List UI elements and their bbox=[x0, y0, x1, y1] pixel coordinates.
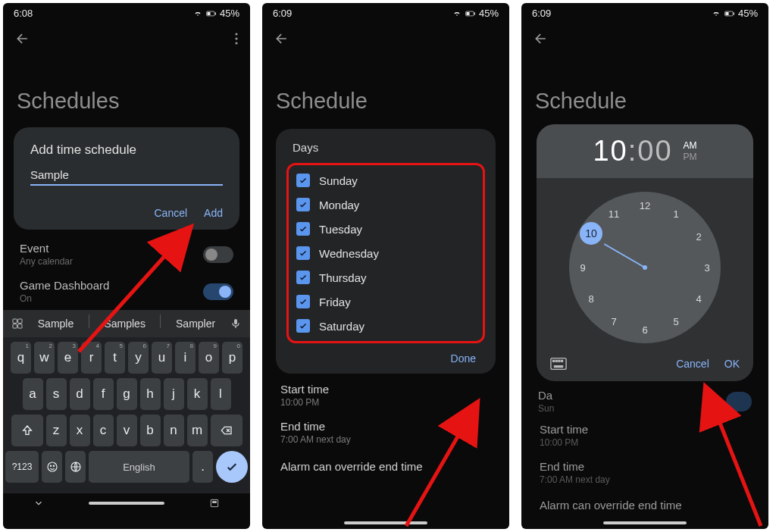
day-row-saturday[interactable]: Saturday bbox=[293, 314, 478, 338]
key-x[interactable]: x bbox=[70, 415, 90, 446]
nav-square-icon[interactable] bbox=[209, 498, 220, 509]
hour-8[interactable]: 8 bbox=[588, 293, 593, 305]
checkbox-icon[interactable] bbox=[296, 198, 310, 211]
key-t[interactable]: 5t bbox=[105, 342, 125, 374]
key-g[interactable]: g bbox=[117, 378, 137, 410]
key-y[interactable]: 6y bbox=[128, 342, 149, 374]
hour-2[interactable]: 2 bbox=[696, 231, 701, 243]
time-minute[interactable]: 00 bbox=[637, 135, 672, 167]
key-globe[interactable] bbox=[65, 451, 86, 483]
checkbox-icon[interactable] bbox=[296, 222, 310, 236]
start-time-row[interactable]: Start time 10:00 PM bbox=[262, 374, 509, 411]
key-u[interactable]: 7u bbox=[152, 342, 172, 374]
key-emoji[interactable] bbox=[42, 451, 62, 483]
key-d[interactable]: d bbox=[70, 378, 90, 410]
key-k[interactable]: k bbox=[187, 378, 208, 410]
key-s[interactable]: s bbox=[46, 378, 67, 410]
clock-face[interactable]: 10 12 1 2 3 4 5 6 7 8 9 11 bbox=[569, 192, 721, 343]
event-sub: Any calendar bbox=[20, 256, 73, 267]
key-numbers[interactable]: ?123 bbox=[5, 451, 39, 483]
more-icon[interactable] bbox=[235, 33, 238, 45]
game-toggle[interactable] bbox=[203, 283, 233, 300]
am-button[interactable]: AM bbox=[684, 140, 697, 151]
key-a[interactable]: a bbox=[23, 378, 43, 410]
end-time-row[interactable]: End time 7:00 AM next day bbox=[262, 411, 509, 448]
done-button[interactable]: Done bbox=[451, 352, 476, 365]
key-q[interactable]: 1q bbox=[11, 342, 31, 374]
key-i[interactable]: 8i bbox=[175, 342, 196, 374]
key-v[interactable]: v bbox=[117, 415, 137, 446]
event-row[interactable]: Event Any calendar bbox=[3, 236, 250, 273]
day-row-thursday[interactable]: Thursday bbox=[293, 265, 478, 289]
key-m[interactable]: m bbox=[187, 415, 208, 446]
key-w[interactable]: 2w bbox=[34, 342, 55, 374]
nav-pill[interactable] bbox=[89, 502, 164, 505]
hour-4[interactable]: 4 bbox=[696, 293, 701, 305]
nav-down-icon[interactable] bbox=[33, 498, 44, 509]
day-row-monday[interactable]: Monday bbox=[293, 192, 478, 217]
key-f[interactable]: f bbox=[93, 378, 114, 410]
suggestion-3[interactable]: Sampler bbox=[173, 315, 218, 333]
nav-pill[interactable] bbox=[344, 521, 427, 524]
selected-hour-knob[interactable]: 10 bbox=[580, 222, 602, 245]
back-icon[interactable] bbox=[274, 31, 289, 46]
key-o[interactable]: 9o bbox=[199, 342, 219, 374]
svg-rect-8 bbox=[13, 324, 17, 328]
key-j[interactable]: j bbox=[164, 378, 184, 410]
cancel-button[interactable]: Cancel bbox=[676, 358, 709, 370]
key-r[interactable]: 4r bbox=[81, 342, 102, 374]
day-row-friday[interactable]: Friday bbox=[293, 289, 478, 314]
ok-button[interactable]: OK bbox=[724, 358, 740, 370]
key-l[interactable]: l bbox=[211, 378, 231, 410]
hour-12[interactable]: 12 bbox=[640, 200, 650, 211]
key-h[interactable]: h bbox=[140, 378, 161, 410]
day-row-sunday[interactable]: Sunday bbox=[293, 168, 478, 192]
hour-11[interactable]: 11 bbox=[609, 208, 619, 220]
day-row-tuesday[interactable]: Tuesday bbox=[293, 217, 478, 241]
key-b[interactable]: b bbox=[140, 415, 161, 446]
key-space[interactable]: English bbox=[89, 451, 189, 483]
suggestion-2[interactable]: Samples bbox=[101, 315, 148, 333]
hour-1[interactable]: 1 bbox=[673, 208, 678, 220]
game-dashboard-row[interactable]: Game Dashboard On bbox=[3, 273, 250, 310]
checkbox-icon[interactable] bbox=[296, 271, 310, 284]
checkbox-icon[interactable] bbox=[296, 319, 310, 333]
suggestion-1[interactable]: Sample bbox=[35, 315, 77, 333]
key-p[interactable]: 0p bbox=[222, 342, 242, 374]
day-row-wednesday[interactable]: Wednesday bbox=[293, 241, 478, 265]
mic-icon[interactable] bbox=[227, 315, 244, 332]
start-time-row[interactable]: Start time 10:00 PM bbox=[521, 414, 768, 451]
hour-5[interactable]: 5 bbox=[673, 316, 678, 327]
hour-9[interactable]: 9 bbox=[580, 262, 585, 274]
clipboard-icon[interactable] bbox=[9, 315, 26, 332]
event-toggle[interactable] bbox=[203, 246, 233, 263]
hour-6[interactable]: 6 bbox=[642, 324, 647, 336]
time-hour[interactable]: 10 bbox=[593, 135, 627, 167]
add-button[interactable]: Add bbox=[204, 207, 223, 219]
key-n[interactable]: n bbox=[164, 415, 184, 446]
svg-rect-2 bbox=[207, 11, 210, 14]
cancel-button[interactable]: Cancel bbox=[154, 207, 187, 219]
schedule-name-input[interactable]: Sample bbox=[30, 168, 223, 186]
end-time-row[interactable]: End time 7:00 AM next day bbox=[521, 451, 768, 488]
nav-pill[interactable] bbox=[603, 521, 687, 524]
keyboard-icon[interactable] bbox=[550, 357, 567, 371]
key-c[interactable]: c bbox=[93, 415, 114, 446]
back-icon[interactable] bbox=[534, 31, 549, 46]
alarm-override-row[interactable]: Alarm can override end time bbox=[521, 488, 768, 515]
days-row-peek[interactable]: Da Sun bbox=[521, 381, 768, 414]
key-enter[interactable] bbox=[216, 451, 248, 483]
key-shift[interactable] bbox=[11, 415, 43, 446]
checkbox-icon[interactable] bbox=[296, 295, 310, 308]
hour-3[interactable]: 3 bbox=[704, 262, 709, 274]
key-period[interactable]: . bbox=[192, 451, 213, 483]
checkbox-icon[interactable] bbox=[296, 246, 310, 260]
checkbox-icon[interactable] bbox=[296, 174, 310, 187]
hour-7[interactable]: 7 bbox=[611, 316, 616, 327]
key-e[interactable]: 3e bbox=[58, 342, 78, 374]
key-z[interactable]: z bbox=[46, 415, 67, 446]
key-backspace[interactable] bbox=[211, 415, 242, 446]
back-icon[interactable] bbox=[15, 31, 30, 46]
pm-button[interactable]: PM bbox=[684, 152, 697, 162]
alarm-override-row[interactable]: Alarm can override end time bbox=[262, 448, 509, 476]
